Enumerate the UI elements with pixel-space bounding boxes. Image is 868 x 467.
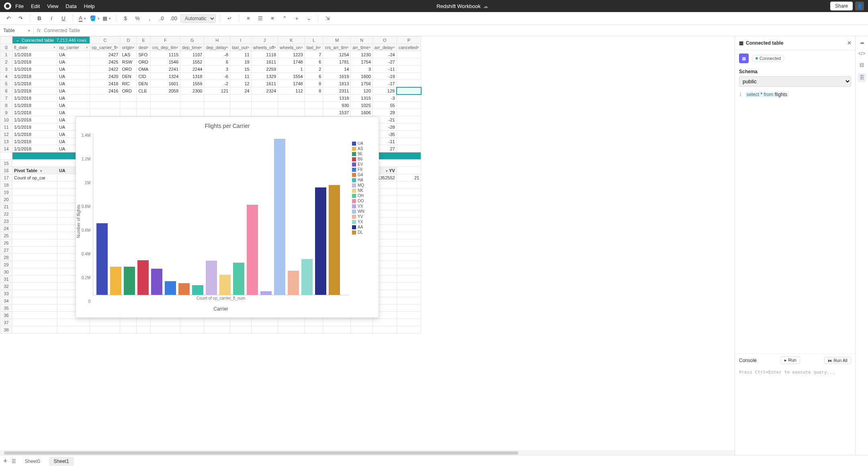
undo-button[interactable]: ↶ bbox=[3, 14, 14, 23]
bold-button[interactable]: B bbox=[34, 14, 45, 23]
cell[interactable]: UA bbox=[57, 95, 90, 102]
row-number[interactable]: 11 bbox=[0, 123, 12, 131]
cell[interactable]: 1619 bbox=[323, 73, 351, 80]
cell[interactable]: 120 bbox=[351, 87, 373, 95]
run-all-button[interactable]: ⏭ Run All bbox=[824, 357, 851, 364]
menu-help[interactable]: Help bbox=[84, 3, 95, 9]
cell[interactable]: 1318 bbox=[323, 95, 351, 102]
select-all-corner[interactable] bbox=[0, 37, 12, 44]
cell[interactable]: 1754 bbox=[351, 58, 373, 66]
cell[interactable] bbox=[397, 73, 421, 80]
increase-decimal-button[interactable]: .00 bbox=[168, 14, 179, 23]
cell[interactable] bbox=[120, 109, 137, 116]
italic-button[interactable]: I bbox=[46, 14, 57, 23]
cell[interactable]: RSW bbox=[120, 58, 137, 66]
cell[interactable] bbox=[137, 102, 151, 109]
cell[interactable]: UA bbox=[57, 66, 90, 73]
cell[interactable]: DEN bbox=[120, 73, 137, 80]
cell[interactable]: 11 bbox=[230, 51, 252, 58]
row-number[interactable]: 8 bbox=[0, 102, 12, 109]
align-middle-button[interactable]: ＋ bbox=[291, 14, 302, 23]
cell[interactable] bbox=[397, 109, 421, 116]
cell[interactable]: 1115 bbox=[151, 51, 180, 58]
col-letter[interactable]: G bbox=[180, 37, 204, 44]
cell[interactable]: 112 bbox=[278, 87, 305, 95]
cell[interactable]: CLE bbox=[137, 87, 151, 95]
formula-input[interactable] bbox=[44, 28, 865, 33]
code-icon[interactable]: </> bbox=[858, 51, 865, 56]
cell[interactable]: 1/1/2018 bbox=[12, 58, 57, 66]
cell[interactable]: 1118 bbox=[251, 51, 278, 58]
row-number[interactable]: 4 bbox=[0, 73, 12, 80]
cell[interactable] bbox=[180, 95, 204, 102]
cell[interactable]: 2311 bbox=[323, 87, 351, 95]
cell[interactable] bbox=[151, 102, 180, 109]
cell[interactable]: 1318 bbox=[180, 73, 204, 80]
cell[interactable]: 2416 bbox=[90, 87, 120, 95]
column-header[interactable]: dep_time▾ bbox=[180, 44, 204, 51]
column-header[interactable]: wheels_on▾ bbox=[278, 44, 305, 51]
col-letter[interactable]: H bbox=[204, 37, 230, 44]
add-sheet-button[interactable]: + bbox=[3, 457, 8, 465]
share-button[interactable]: Share bbox=[830, 2, 853, 10]
row-number[interactable]: 3 bbox=[0, 66, 12, 73]
cell[interactable] bbox=[397, 58, 421, 66]
number-format-select[interactable]: Automatic bbox=[180, 14, 216, 23]
layers-icon[interactable]: ▤ bbox=[860, 62, 864, 68]
all-sheets-button[interactable]: ☰ bbox=[12, 459, 16, 464]
cell[interactable]: 1/1/2018 bbox=[12, 66, 57, 73]
cell[interactable]: -2 bbox=[204, 80, 230, 87]
connected-table-banner[interactable]: ⌄ Connected table 7,213,446 rows bbox=[12, 37, 90, 43]
cell[interactable]: 11 bbox=[230, 73, 252, 80]
cell[interactable] bbox=[151, 95, 180, 102]
cell[interactable]: UA bbox=[57, 80, 90, 87]
cell[interactable]: UA bbox=[57, 109, 90, 116]
cell[interactable]: 1107 bbox=[180, 51, 204, 58]
col-letter[interactable]: I bbox=[230, 37, 252, 44]
cell[interactable] bbox=[151, 109, 180, 116]
cell[interactable] bbox=[397, 80, 421, 87]
cell[interactable]: 1/1/2018 bbox=[12, 138, 57, 145]
cell[interactable]: 1/1/2018 bbox=[12, 131, 57, 138]
text-color-button[interactable]: A▾ bbox=[77, 14, 88, 23]
cell[interactable] bbox=[397, 138, 421, 145]
col-letter[interactable]: O bbox=[373, 37, 397, 44]
cell[interactable]: 1/1/2018 bbox=[12, 109, 57, 116]
cell[interactable]: 2300 bbox=[180, 87, 204, 95]
col-letter[interactable]: N bbox=[351, 37, 373, 44]
cell[interactable]: LAS bbox=[120, 51, 137, 58]
menu-file[interactable]: File bbox=[15, 3, 24, 9]
cell[interactable]: 1/1/2018 bbox=[12, 80, 57, 87]
column-header[interactable]: taxi_out▾ bbox=[230, 44, 252, 51]
cell[interactable] bbox=[397, 102, 421, 109]
cell[interactable]: 8 bbox=[305, 80, 323, 87]
row-number[interactable]: 14 bbox=[0, 145, 12, 152]
cell[interactable] bbox=[397, 87, 421, 95]
cell[interactable] bbox=[278, 109, 305, 116]
cell[interactable]: 129 bbox=[373, 87, 397, 95]
horizontal-scrollbar[interactable] bbox=[0, 450, 735, 455]
cell[interactable] bbox=[397, 123, 421, 131]
col-letter[interactable]: P bbox=[397, 37, 421, 44]
column-header[interactable]: dest▾ bbox=[137, 44, 151, 51]
currency-button[interactable]: $ bbox=[120, 14, 131, 23]
col-letter[interactable]: J bbox=[251, 37, 278, 44]
database-icon[interactable]: 🗄 bbox=[858, 73, 866, 82]
cell[interactable]: 1611 bbox=[251, 58, 278, 66]
cell[interactable]: 55 bbox=[373, 102, 397, 109]
cell[interactable]: 1601 bbox=[151, 80, 180, 87]
cell[interactable]: 14 bbox=[323, 66, 351, 73]
cell[interactable]: 1611 bbox=[251, 80, 278, 87]
cell[interactable]: 1 bbox=[278, 66, 305, 73]
cell[interactable]: 6 bbox=[204, 58, 230, 66]
cell[interactable]: 2425 bbox=[90, 58, 120, 66]
column-header[interactable]: arr_time▾ bbox=[351, 44, 373, 51]
cell[interactable]: 3 bbox=[351, 66, 373, 73]
row-number[interactable]: 9 bbox=[0, 109, 12, 116]
cell[interactable] bbox=[278, 95, 305, 102]
cell[interactable]: DEN bbox=[137, 80, 151, 87]
row-number[interactable]: 6 bbox=[0, 87, 12, 95]
cell[interactable]: 2244 bbox=[180, 66, 204, 73]
cell[interactable] bbox=[90, 102, 120, 109]
align-bottom-button[interactable]: ⌄ bbox=[303, 14, 314, 23]
